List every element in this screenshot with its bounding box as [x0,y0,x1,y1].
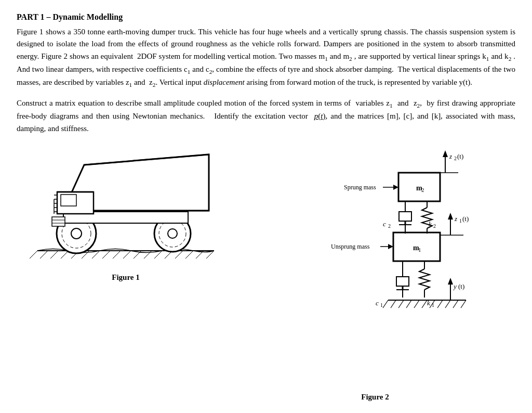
svg-marker-90 [448,278,453,285]
svg-line-1 [30,251,37,259]
paragraph-2: Construct a matrix equation to describe … [17,97,515,135]
svg-line-2 [40,251,48,259]
figure1-svg [22,149,230,269]
svg-line-96 [398,300,404,308]
svg-rect-30 [61,195,76,206]
svg-text:y: y [453,282,457,290]
figure2-container: z 2 (t) m 2 Sprung mass c 2 [235,144,515,402]
svg-rect-38 [52,217,65,226]
svg-line-104 [461,300,466,308]
svg-line-94 [383,300,388,308]
svg-text:2: 2 [433,223,436,229]
figure1-label: Figure 1 [112,273,139,282]
svg-line-10 [123,251,131,259]
figures-row: Figure 1 z 2 (t) m 2 Sprung mass c [17,144,515,402]
svg-line-98 [414,300,419,308]
svg-text:c: c [376,299,379,307]
svg-text:(t): (t) [462,215,469,223]
svg-text:(t): (t) [458,282,464,290]
svg-text:1: 1 [459,218,462,224]
svg-text:2: 2 [454,156,457,161]
svg-line-3 [50,251,58,259]
svg-text:Sprung mass: Sprung mass [344,184,376,191]
svg-marker-65 [448,213,453,220]
svg-text:(t): (t) [457,152,463,160]
svg-line-97 [406,300,411,308]
svg-text:1: 1 [418,247,421,253]
svg-line-8 [102,251,110,259]
svg-marker-42 [443,150,448,157]
svg-point-23 [168,229,177,238]
svg-line-102 [445,300,450,308]
svg-line-16 [185,251,193,259]
svg-text:2: 2 [421,187,424,193]
svg-line-12 [144,251,152,259]
svg-text:Unsprung mass: Unsprung mass [331,243,370,250]
paragraph-1: Figure 1 shows a 350 tonne earth-moving … [17,26,515,90]
figure2-label: Figure 2 [361,393,389,402]
svg-line-95 [391,300,396,308]
svg-rect-56 [399,212,411,221]
svg-text:z: z [449,152,452,160]
svg-text:1: 1 [380,302,383,308]
svg-text:c: c [383,220,386,228]
svg-point-20 [71,228,82,239]
svg-line-9 [113,251,121,259]
svg-line-103 [453,300,458,308]
svg-line-99 [422,300,427,308]
figure2-svg: z 2 (t) m 2 Sprung mass c 2 [274,144,476,389]
figure1-container: Figure 1 [17,149,235,282]
svg-rect-81 [396,277,409,286]
svg-text:2: 2 [388,223,391,229]
svg-line-101 [437,300,443,308]
page-title: PART 1 – Dynamic Modelling [17,12,515,22]
svg-text:z: z [454,215,457,223]
